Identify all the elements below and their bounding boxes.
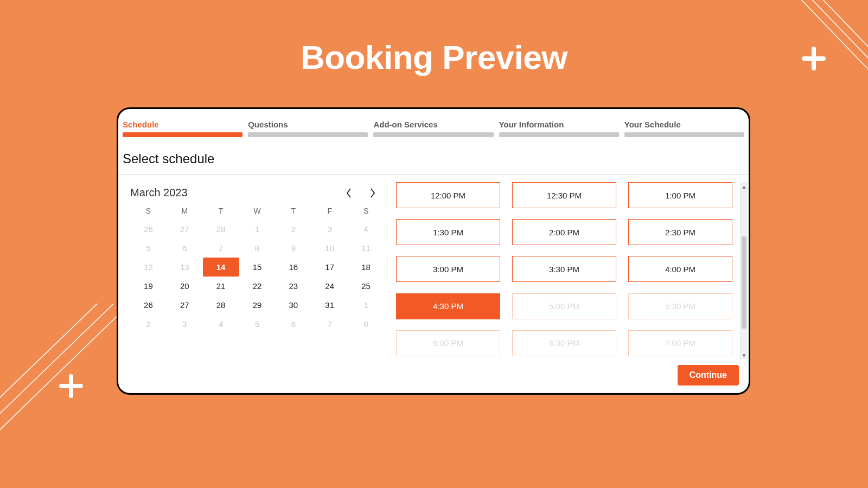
scrollbar[interactable]: ▲ ▼ bbox=[740, 182, 748, 359]
calendar-day[interactable]: 21 bbox=[203, 277, 239, 296]
continue-button[interactable]: Continue bbox=[678, 365, 739, 386]
calendar-day[interactable]: 23 bbox=[275, 277, 311, 296]
step-label: Questions bbox=[248, 120, 368, 132]
calendar-dow: W bbox=[239, 203, 276, 220]
step-tab[interactable]: Schedule bbox=[123, 120, 242, 137]
calendar-day[interactable]: 15 bbox=[239, 258, 276, 277]
step-tab[interactable]: Your Schedule bbox=[624, 120, 744, 137]
calendar-day[interactable]: 18 bbox=[348, 258, 384, 277]
calendar-day: 3 bbox=[311, 220, 348, 239]
step-progress-bar bbox=[373, 132, 493, 137]
calendar-day[interactable]: 19 bbox=[130, 277, 167, 296]
calendar-day[interactable]: 17 bbox=[311, 258, 348, 277]
step-progress-bar bbox=[248, 132, 368, 137]
calendar-day: 13 bbox=[167, 258, 203, 277]
time-slot[interactable]: 3:00 PM bbox=[396, 256, 500, 282]
time-slot-grid: 12:00 PM12:30 PM1:00 PM1:30 PM2:00 PM2:3… bbox=[396, 182, 744, 359]
calendar-day: 8 bbox=[239, 239, 276, 258]
plus-icon bbox=[59, 374, 83, 398]
calendar-day: 7 bbox=[203, 239, 239, 258]
calendar-day[interactable]: 24 bbox=[311, 277, 348, 296]
time-slot[interactable]: 1:30 PM bbox=[396, 219, 500, 245]
calendar-day: 26 bbox=[130, 220, 167, 239]
calendar-dow: T bbox=[275, 203, 311, 220]
step-progress-bar bbox=[499, 132, 619, 137]
step-progress-bar bbox=[624, 132, 744, 137]
page-title: Booking Preview bbox=[0, 38, 868, 76]
calendar-day: 2 bbox=[130, 314, 167, 333]
step-tab[interactable]: Add-on Services bbox=[373, 120, 493, 137]
booking-card: ScheduleQuestionsAdd-on ServicesYour Inf… bbox=[117, 107, 750, 395]
calendar-header: March 2023 bbox=[130, 187, 384, 203]
calendar-day[interactable]: 30 bbox=[275, 296, 311, 314]
chevron-left-icon[interactable] bbox=[343, 187, 355, 199]
calendar-nav bbox=[343, 187, 384, 199]
calendar-dow: T bbox=[203, 203, 239, 220]
calendar-day: 28 bbox=[203, 220, 239, 239]
calendar-dow: F bbox=[311, 203, 348, 220]
calendar-day: 12 bbox=[130, 258, 167, 277]
time-slot[interactable]: 12:00 PM bbox=[396, 182, 500, 208]
calendar-day[interactable]: 31 bbox=[311, 296, 348, 314]
time-slot: 5:30 PM bbox=[628, 293, 732, 319]
calendar-day[interactable]: 25 bbox=[348, 277, 384, 296]
calendar-day: 5 bbox=[130, 239, 167, 258]
step-label: Schedule bbox=[123, 120, 242, 132]
calendar-day: 4 bbox=[203, 314, 239, 333]
step-label: Your Information bbox=[499, 120, 619, 132]
time-slot: 7:00 PM bbox=[628, 330, 732, 356]
scrollbar-thumb[interactable] bbox=[742, 236, 746, 329]
time-slot: 6:00 PM bbox=[396, 330, 500, 356]
time-slot: 5:00 PM bbox=[512, 293, 616, 319]
calendar-day: 27 bbox=[167, 220, 203, 239]
calendar-day[interactable]: 28 bbox=[203, 296, 239, 314]
svg-line-7 bbox=[0, 304, 108, 439]
calendar-day[interactable]: 20 bbox=[167, 277, 203, 296]
calendar: March 2023 SMTWTFS2627281234567891011121… bbox=[118, 175, 388, 359]
calendar-day: 7 bbox=[311, 314, 348, 333]
calendar-day: 11 bbox=[348, 239, 384, 258]
calendar-day: 8 bbox=[348, 314, 384, 333]
time-slot[interactable]: 4:00 PM bbox=[628, 256, 732, 282]
calendar-day[interactable]: 27 bbox=[167, 296, 203, 314]
calendar-dow: M bbox=[167, 203, 203, 220]
calendar-day: 4 bbox=[348, 220, 384, 239]
calendar-day: 10 bbox=[311, 239, 348, 258]
calendar-day[interactable]: 14 bbox=[203, 258, 239, 277]
calendar-day: 9 bbox=[275, 239, 311, 258]
time-slot[interactable]: 4:30 PM bbox=[396, 293, 500, 319]
step-progress-bar bbox=[123, 132, 242, 137]
svg-rect-3 bbox=[59, 384, 83, 388]
calendar-grid: SMTWTFS262728123456789101112131415161718… bbox=[130, 203, 384, 333]
step-tab[interactable]: Questions bbox=[248, 120, 368, 137]
content-row: March 2023 SMTWTFS2627281234567891011121… bbox=[118, 175, 749, 359]
calendar-day[interactable]: 26 bbox=[130, 296, 167, 314]
time-slot[interactable]: 1:00 PM bbox=[628, 182, 732, 208]
calendar-day[interactable]: 16 bbox=[275, 258, 311, 277]
calendar-day: 5 bbox=[239, 314, 276, 333]
step-tabs: ScheduleQuestionsAdd-on ServicesYour Inf… bbox=[118, 109, 749, 137]
time-slot[interactable]: 12:30 PM bbox=[512, 182, 616, 208]
calendar-day: 1 bbox=[348, 296, 384, 314]
calendar-day: 2 bbox=[275, 220, 311, 239]
calendar-dow: S bbox=[130, 203, 167, 220]
time-slots-panel: 12:00 PM12:30 PM1:00 PM1:30 PM2:00 PM2:3… bbox=[388, 175, 749, 359]
chevron-right-icon[interactable] bbox=[367, 187, 379, 199]
time-slot[interactable]: 2:30 PM bbox=[628, 219, 732, 245]
footer: Continue bbox=[118, 359, 749, 393]
time-slot[interactable]: 2:00 PM bbox=[512, 219, 616, 245]
time-slot[interactable]: 3:30 PM bbox=[512, 256, 616, 282]
calendar-day[interactable]: 22 bbox=[239, 277, 276, 296]
step-label: Your Schedule bbox=[624, 120, 744, 132]
scroll-down-icon[interactable]: ▼ bbox=[741, 351, 748, 359]
calendar-day: 1 bbox=[239, 220, 276, 239]
calendar-month-label: March 2023 bbox=[130, 187, 188, 199]
time-slot: 6:30 PM bbox=[512, 330, 616, 356]
scroll-up-icon[interactable]: ▲ bbox=[741, 182, 748, 191]
calendar-dow: S bbox=[348, 203, 384, 220]
calendar-day[interactable]: 29 bbox=[239, 296, 276, 314]
step-label: Add-on Services bbox=[373, 120, 493, 132]
step-tab[interactable]: Your Information bbox=[499, 120, 619, 137]
calendar-day: 6 bbox=[275, 314, 311, 333]
section-title: Select schedule bbox=[118, 137, 749, 174]
